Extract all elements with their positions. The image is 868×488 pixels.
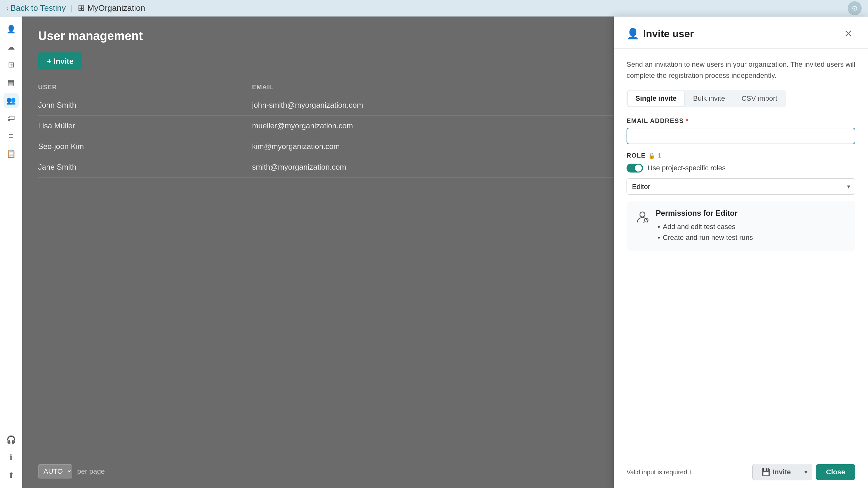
topbar-divider: | <box>71 4 73 12</box>
sidebar-item-inbox[interactable]: ▤ <box>3 75 19 90</box>
chevron-left-icon: ‹ <box>6 4 8 12</box>
col-user: USER <box>38 80 252 95</box>
main-layout: 👤 ☁ ⊞ ▤ 👥 🏷 ≡ 📋 🎧 ℹ ⬆ User management + … <box>0 17 868 488</box>
per-page-label: per page <box>77 467 105 476</box>
invite-btn-label: + Invite <box>47 57 73 66</box>
permissions-title: Permissions for Editor <box>656 209 846 218</box>
sidebar-item-grid[interactable]: ⊞ <box>3 57 19 72</box>
permission-item: Add and edit test cases <box>656 221 846 232</box>
back-link[interactable]: ‹ Back to Testiny <box>6 3 66 13</box>
sidebar-item-headset[interactable]: 🎧 <box>3 432 19 447</box>
footer-validation-text: Valid input is required <box>626 468 687 476</box>
email-input[interactable] <box>626 128 855 144</box>
sidebar-item-info[interactable]: ℹ <box>3 450 19 465</box>
modal-title-icon: 👤 <box>626 28 639 40</box>
modal-title-text: Invite user <box>643 28 694 40</box>
svg-point-0 <box>640 212 645 217</box>
invite-main-label: Invite <box>773 468 791 476</box>
lock-icon: 🔒 <box>648 152 655 159</box>
tab-csv-import[interactable]: CSV import <box>734 91 785 106</box>
sidebar-item-list[interactable]: ≡ <box>3 128 19 144</box>
invite-split-btn: 💾 Invite ▾ <box>752 464 812 480</box>
sidebar-item-report[interactable]: 📋 <box>3 146 19 161</box>
modal-footer: Valid input is required ℹ 💾 Invite ▾ Clo… <box>614 456 868 488</box>
role-select-wrapper: Editor Owner Viewer ▾ <box>626 178 855 195</box>
invite-button[interactable]: + Invite <box>38 53 82 70</box>
close-button[interactable]: Close <box>816 464 855 480</box>
permissions-content: Permissions for Editor Add and edit test… <box>656 209 846 243</box>
role-select[interactable]: Editor Owner Viewer <box>626 178 855 195</box>
modal-title: 👤 Invite user <box>626 28 694 40</box>
sidebar-item-tag[interactable]: 🏷 <box>3 111 19 126</box>
sidebar: 👤 ☁ ⊞ ▤ 👥 🏷 ≡ 📋 🎧 ℹ ⬆ <box>0 17 22 488</box>
invite-split-arrow-button[interactable]: ▾ <box>800 464 812 480</box>
toggle-knob <box>635 164 642 172</box>
modal-header: 👤 Invite user ✕ <box>614 17 868 49</box>
modal-description: Send an invitation to new users in your … <box>626 59 855 81</box>
topbar-right: ⊙ <box>848 1 862 15</box>
toggle-label: Use project-specific roles <box>648 164 726 172</box>
tab-bulk-invite[interactable]: Bulk invite <box>686 91 733 106</box>
org-label: ⊞ MyOrganization <box>78 3 145 13</box>
org-icon: ⊞ <box>78 3 85 13</box>
sidebar-item-export[interactable]: ⬆ <box>3 468 19 483</box>
tab-single-invite[interactable]: Single invite <box>628 91 684 106</box>
email-label: EMAIL ADDRESS * <box>626 117 855 125</box>
role-info-icon: ℹ <box>658 152 661 159</box>
permissions-box: Permissions for Editor Add and edit test… <box>626 201 855 251</box>
email-required: * <box>686 117 688 125</box>
cell-user: Lisa Müller <box>38 116 252 136</box>
modal-close-button[interactable]: ✕ <box>841 27 855 41</box>
footer-validation: Valid input is required ℹ <box>626 468 692 476</box>
cell-user: Seo-joon Kim <box>38 136 252 157</box>
modal-body: Send an invitation to new users in your … <box>614 49 868 456</box>
invite-save-icon: 💾 <box>762 468 770 476</box>
footer-info-icon: ℹ <box>690 468 692 476</box>
role-label: ROLE 🔒 ℹ <box>626 152 855 159</box>
cell-user: John Smith <box>38 95 252 116</box>
topbar: ‹ Back to Testiny | ⊞ MyOrganization ⊙ <box>0 0 868 17</box>
sidebar-item-user[interactable]: 👤 <box>3 22 19 37</box>
project-roles-toggle[interactable] <box>626 163 643 173</box>
sidebar-item-team[interactable]: 👥 <box>3 93 19 108</box>
cell-user: Jane Smith <box>38 157 252 178</box>
back-label: Back to Testiny <box>10 3 66 13</box>
invite-tabs: Single invite Bulk invite CSV import <box>626 90 786 107</box>
permissions-icon <box>636 210 649 227</box>
invite-main-button[interactable]: 💾 Invite <box>752 464 800 480</box>
topbar-user-icon[interactable]: ⊙ <box>848 1 862 15</box>
invite-user-modal: 👤 Invite user ✕ Send an invitation to ne… <box>614 17 868 488</box>
permission-item: Create and run new test runs <box>656 232 846 243</box>
svg-line-2 <box>644 222 644 223</box>
org-name: MyOrganization <box>87 3 145 13</box>
sidebar-item-cloud[interactable]: ☁ <box>3 39 19 55</box>
permissions-list: Add and edit test casesCreate and run ne… <box>656 221 846 243</box>
toggle-row: Use project-specific roles <box>626 163 855 173</box>
per-page-select[interactable]: AUTO 10 25 50 <box>38 464 72 479</box>
